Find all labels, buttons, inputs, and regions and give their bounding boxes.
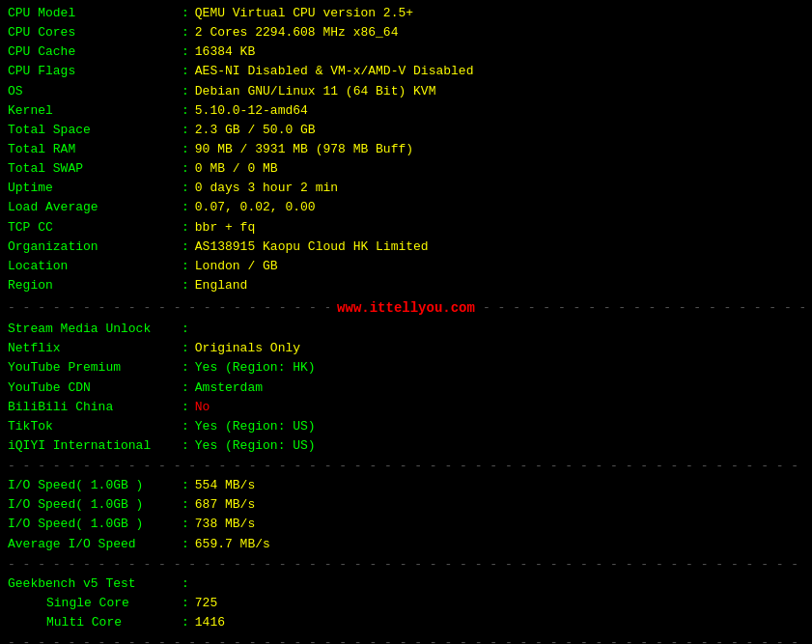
youtube-premium-value: Yes (Region: HK) bbox=[195, 358, 316, 378]
cpu-cache-value: 16384 KB bbox=[195, 42, 255, 62]
cpu-cache-colon: : bbox=[182, 42, 189, 62]
bilibili-row: BiliBili China : No bbox=[8, 398, 804, 417]
geekbench-section: Geekbench v5 Test : Single Core : 725 Mu… bbox=[8, 574, 804, 632]
youtube-premium-row: YouTube Premium : Yes (Region: HK) bbox=[8, 358, 804, 378]
io2-row: I/O Speed( 1.0GB ) : 687 MB/s bbox=[8, 495, 804, 515]
total-ram-label: Total RAM bbox=[8, 140, 182, 159]
netflix-value: Originals Only bbox=[195, 339, 300, 358]
cpu-cache-row: CPU Cache : 16384 KB bbox=[8, 42, 804, 62]
youtube-premium-label: YouTube Premium bbox=[8, 358, 182, 378]
uptime-row: Uptime : 0 days 3 hour 2 min bbox=[8, 179, 804, 198]
io1-label: I/O Speed( 1.0GB ) bbox=[8, 476, 182, 495]
stream-header-colon: : bbox=[182, 320, 189, 339]
stream-section: Stream Media Unlock : Netflix : Original… bbox=[8, 320, 804, 456]
organization-value: AS138915 Kaopu Cloud HK Limited bbox=[195, 238, 429, 257]
bilibili-label: BiliBili China bbox=[8, 398, 182, 417]
iqiyi-label: iQIYI International bbox=[8, 436, 182, 456]
uptime-colon: : bbox=[182, 179, 189, 198]
tcp-cc-label: TCP CC bbox=[8, 218, 182, 238]
divider-watermark: - - - - - - - - - - - - - - - - - - - - … bbox=[8, 298, 804, 317]
single-core-label: Single Core bbox=[8, 594, 182, 613]
iqiyi-colon: : bbox=[182, 436, 189, 456]
system-section: CPU Model : QEMU Virtual CPU version 2.5… bbox=[8, 4, 804, 295]
multi-core-value: 1416 bbox=[195, 613, 225, 632]
io1-value: 554 MB/s bbox=[195, 476, 255, 495]
io2-colon: : bbox=[182, 495, 189, 515]
tiktok-label: TikTok bbox=[8, 417, 182, 436]
region-label: Region bbox=[8, 276, 182, 295]
kernel-label: Kernel bbox=[8, 101, 182, 121]
location-label: Location bbox=[8, 257, 182, 276]
io3-colon: : bbox=[182, 515, 189, 534]
cpu-model-value: QEMU Virtual CPU version 2.5+ bbox=[195, 4, 413, 23]
youtube-cdn-label: YouTube CDN bbox=[8, 378, 182, 398]
iqiyi-row: iQIYI International : Yes (Region: US) bbox=[8, 436, 804, 456]
cpu-model-label: CPU Model bbox=[8, 4, 182, 23]
single-core-row: Single Core : 725 bbox=[8, 594, 804, 613]
io3-row: I/O Speed( 1.0GB ) : 738 MB/s bbox=[8, 515, 804, 534]
multi-core-colon: : bbox=[182, 613, 189, 632]
cpu-model-row: CPU Model : QEMU Virtual CPU version 2.5… bbox=[8, 4, 804, 23]
kernel-value: 5.10.0-12-amd64 bbox=[195, 101, 308, 121]
stream-header-label: Stream Media Unlock bbox=[8, 320, 182, 339]
total-space-colon: : bbox=[182, 121, 189, 140]
region-row: Region : England bbox=[8, 276, 804, 295]
io1-colon: : bbox=[182, 476, 189, 495]
load-average-value: 0.07, 0.02, 0.00 bbox=[195, 198, 316, 217]
youtube-cdn-row: YouTube CDN : Amsterdam bbox=[8, 378, 804, 398]
bilibili-value: No bbox=[195, 398, 210, 417]
location-colon: : bbox=[182, 257, 189, 276]
total-swap-label: Total SWAP bbox=[8, 159, 182, 179]
total-swap-colon: : bbox=[182, 159, 189, 179]
cpu-flags-colon: : bbox=[182, 62, 189, 81]
netflix-row: Netflix : Originals Only bbox=[8, 339, 804, 358]
organization-colon: : bbox=[182, 238, 189, 257]
io-avg-row: Average I/O Speed : 659.7 MB/s bbox=[8, 535, 804, 554]
single-core-value: 725 bbox=[195, 594, 217, 613]
io3-value: 738 MB/s bbox=[195, 515, 255, 534]
uptime-label: Uptime bbox=[8, 179, 182, 198]
total-swap-value: 0 MB / 0 MB bbox=[195, 159, 278, 179]
divider-3: - - - - - - - - - - - - - - - - - - - - … bbox=[8, 557, 804, 572]
netflix-label: Netflix bbox=[8, 339, 182, 358]
total-space-value: 2.3 GB / 50.0 GB bbox=[195, 121, 316, 140]
tiktok-row: TikTok : Yes (Region: US) bbox=[8, 417, 804, 436]
cpu-cores-label: CPU Cores bbox=[8, 23, 182, 42]
io-avg-colon: : bbox=[182, 535, 189, 554]
single-core-colon: : bbox=[182, 594, 189, 613]
youtube-cdn-value: Amsterdam bbox=[195, 378, 263, 398]
cpu-cores-row: CPU Cores : 2 Cores 2294.608 MHz x86_64 bbox=[8, 23, 804, 42]
load-average-colon: : bbox=[182, 198, 189, 217]
io-avg-label: Average I/O Speed bbox=[8, 535, 182, 554]
load-average-row: Load Average : 0.07, 0.02, 0.00 bbox=[8, 198, 804, 217]
tiktok-colon: : bbox=[182, 417, 189, 436]
youtube-cdn-colon: : bbox=[182, 378, 189, 398]
io3-label: I/O Speed( 1.0GB ) bbox=[8, 515, 182, 534]
cpu-cache-label: CPU Cache bbox=[8, 42, 182, 62]
cpu-cores-value: 2 Cores 2294.608 MHz x86_64 bbox=[195, 23, 399, 42]
tiktok-value: Yes (Region: US) bbox=[195, 417, 316, 436]
io2-label: I/O Speed( 1.0GB ) bbox=[8, 495, 182, 515]
iqiyi-value: Yes (Region: US) bbox=[195, 436, 316, 456]
os-value: Debian GNU/Linux 11 (64 Bit) KVM bbox=[195, 82, 436, 101]
os-row: OS : Debian GNU/Linux 11 (64 Bit) KVM bbox=[8, 82, 804, 101]
multi-core-row: Multi Core : 1416 bbox=[8, 613, 804, 632]
region-colon: : bbox=[182, 276, 189, 295]
tcp-cc-row: TCP CC : bbr + fq bbox=[8, 218, 804, 238]
kernel-colon: : bbox=[182, 101, 189, 121]
cpu-flags-value: AES-NI Disabled & VM-x/AMD-V Disabled bbox=[195, 62, 474, 81]
location-value: London / GB bbox=[195, 257, 278, 276]
organization-row: Organization : AS138915 Kaopu Cloud HK L… bbox=[8, 238, 804, 257]
geekbench-header-colon: : bbox=[182, 574, 189, 594]
total-swap-row: Total SWAP : 0 MB / 0 MB bbox=[8, 159, 804, 179]
load-average-label: Load Average bbox=[8, 198, 182, 217]
cpu-flags-label: CPU Flags bbox=[8, 62, 182, 81]
divider-2: - - - - - - - - - - - - - - - - - - - - … bbox=[8, 459, 804, 473]
os-label: OS bbox=[8, 82, 182, 101]
multi-core-label: Multi Core bbox=[8, 613, 182, 632]
kernel-row: Kernel : 5.10.0-12-amd64 bbox=[8, 101, 804, 121]
uptime-value: 0 days 3 hour 2 min bbox=[195, 179, 338, 198]
tcp-cc-value: bbr + fq bbox=[195, 218, 255, 238]
divider-4: - - - - - - - - - - - - - - - - - - - - … bbox=[8, 635, 804, 644]
total-ram-row: Total RAM : 90 MB / 3931 MB (978 MB Buff… bbox=[8, 140, 804, 159]
